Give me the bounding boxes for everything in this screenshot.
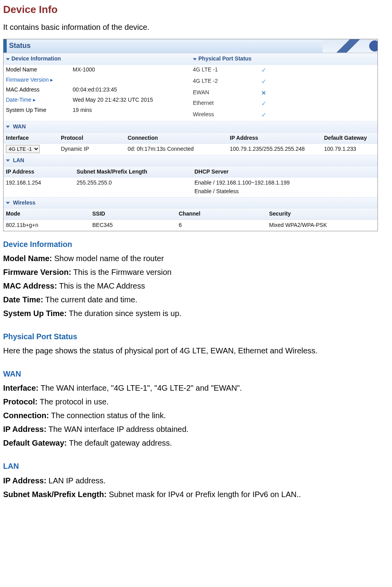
caret-down-icon [193, 58, 197, 60]
doc-device-info-label: Firmware Version: [3, 268, 71, 276]
doc-device-info-item: Firmware Version: This is the Firmware v… [3, 266, 388, 278]
port-label: Wireless [193, 110, 256, 120]
wan-connection: 0d: 0h:17m:13s Connected [128, 145, 230, 154]
port-label: 4G LTE -2 [193, 77, 256, 87]
lan-title: LAN [13, 157, 24, 163]
lan-dhcp-line2: Enable / Stateless [194, 187, 375, 196]
check-icon: ✓ [256, 110, 271, 120]
doc-device-info-label: Model Name: [3, 254, 52, 263]
doc-lan-text: Subnet mask for IPv4 or Prefix length fo… [106, 490, 301, 499]
doc-wan-label: IP Address: [3, 425, 46, 433]
device-info-value: MX-1000 [73, 66, 188, 74]
lan-row: 192.168.1.254 255.255.255.0 Enable / 192… [4, 177, 377, 197]
status-bar: Status [4, 39, 377, 53]
lan-header[interactable]: LAN [4, 155, 377, 166]
caret-down-icon [6, 126, 10, 128]
device-info-value: 00:04:ed:01:23:45 [73, 86, 188, 94]
wan-gateway: 100.79.1.233 [324, 145, 375, 154]
lan-col-mask: Subnet Mask/Prefix Length [77, 168, 194, 176]
doc-device-info-text: Show model name of the router [52, 254, 164, 263]
wireless-header[interactable]: Wireless [4, 197, 377, 209]
status-screenshot: Status Device Information Model NameMX-1… [3, 39, 378, 231]
doc-device-info-title: Device Information [3, 238, 388, 250]
wireless-title: Wireless [13, 199, 35, 206]
cross-icon: ✕ [256, 88, 271, 98]
doc-device-info-item: Model Name: Show model name of the route… [3, 252, 388, 265]
wan-col-interface: Interface [6, 134, 61, 143]
device-info-label[interactable]: Firmware Version ▸ [6, 76, 73, 84]
doc-device-info-label: MAC Address: [3, 282, 57, 290]
doc-lan-item: Subnet Mask/Prefix Length: Subnet mask f… [3, 488, 388, 501]
lan-col-ip: IP Address [6, 168, 77, 176]
device-info-value [73, 76, 188, 84]
doc-wan-text: The WAN interface, "4G LTE-1", "4G LTE-2… [38, 384, 242, 392]
doc-wan-label: Connection: [3, 411, 49, 420]
doc-wan-title: WAN [3, 368, 388, 380]
port-label: Ethernet [193, 99, 256, 109]
lan-ip: 192.168.1.254 [6, 179, 77, 196]
caret-down-icon [6, 159, 10, 162]
lan-mask: 255.255.255.0 [77, 179, 194, 196]
doc-lan-item: IP Address: LAN IP address. [3, 475, 388, 487]
status-bar-label: Status [7, 40, 31, 51]
device-info-label: Model Name [6, 66, 73, 74]
port-status-panel: Physical Port Status 4G LTE -1✓4G LTE -2… [191, 53, 377, 121]
doc-wan-item: Connection: The connection status of the… [3, 410, 388, 422]
port-label: EWAN [193, 88, 256, 98]
device-info-title: Device Information [11, 55, 61, 62]
wan-interface-select[interactable]: 4G LTE -1 [6, 145, 40, 153]
caret-down-icon [6, 202, 10, 204]
port-status-title: Physical Port Status [198, 55, 251, 62]
lan-dhcp-line1: Enable / 192.168.1.100~192.168.1.199 [194, 179, 375, 187]
wireless-columns: Mode SSID Channel Security [4, 208, 377, 220]
doc-ports-title: Physical Port Status [3, 331, 388, 342]
device-info-row: MAC Address00:04:ed:01:23:45 [4, 85, 191, 95]
wan-title: WAN [13, 123, 26, 130]
caret-down-icon [6, 58, 10, 60]
port-status-row: Wireless✓ [191, 110, 377, 121]
wireless-col-ssid: SSID [92, 210, 179, 218]
wireless-ssid: BEC345 [92, 221, 179, 230]
doc-wan-text: The connection status of the link. [49, 411, 166, 420]
doc-lan-text: LAN IP address. [46, 476, 106, 485]
device-info-header[interactable]: Device Information [4, 53, 191, 65]
wireless-mode: 802.11b+g+n [6, 221, 92, 230]
doc-device-info-label: Date Time: [3, 295, 43, 304]
device-info-label: System Up Time [6, 106, 73, 115]
doc-device-info-text: The current date and time. [43, 295, 137, 304]
port-status-row: 4G LTE -2✓ [191, 76, 377, 88]
doc-wan-text: The WAN interface IP address obtained. [46, 425, 189, 433]
doc-wan-label: Interface: [3, 384, 38, 392]
doc-device-info-label: System Up Time: [3, 309, 67, 318]
wan-row: 4G LTE -1 Dynamic IP 0d: 0h:17m:13s Conn… [4, 144, 377, 155]
doc-ports-body: Here the page shows the status of physic… [3, 345, 388, 357]
port-status-header[interactable]: Physical Port Status [191, 53, 377, 65]
wan-col-connection: Connection [128, 134, 230, 143]
port-status-row: EWAN✕ [191, 88, 377, 99]
doc-device-info-item: System Up Time: The duration since syste… [3, 307, 388, 320]
doc-lan-label: IP Address: [3, 476, 46, 485]
status-bar-graphic [322, 39, 377, 53]
wireless-row: 802.11b+g+n BEC345 6 Mixed WPA2/WPA-PSK [4, 220, 377, 231]
device-info-panel: Device Information Model NameMX-1000Firm… [4, 53, 191, 121]
port-label: 4G LTE -1 [193, 66, 256, 75]
page-title: Device Info [3, 2, 388, 17]
device-info-label[interactable]: Date-Time ▸ [6, 96, 73, 104]
wan-header[interactable]: WAN [4, 121, 377, 133]
check-icon: ✓ [256, 77, 271, 87]
wan-col-protocol: Protocol [61, 134, 128, 143]
doc-wan-item: Protocol: The protocol in use. [3, 396, 388, 408]
doc-wan-text: The protocol in use. [38, 397, 109, 406]
doc-wan-item: Default Gateway: The default gateway add… [3, 437, 388, 449]
lan-dhcp: Enable / 192.168.1.100~192.168.1.199 Ena… [194, 179, 375, 196]
check-icon: ✓ [256, 66, 271, 75]
lan-col-dhcp: DHCP Server [194, 168, 375, 176]
doc-lan-label: Subnet Mask/Prefix Length: [3, 490, 106, 499]
wireless-col-channel: Channel [179, 210, 269, 218]
doc-device-info-text: This is the MAC Address [57, 282, 145, 290]
doc-wan-label: Protocol: [3, 397, 38, 406]
device-info-row: Date-Time ▸Wed May 20 21:42:32 UTC 2015 [4, 95, 191, 105]
device-info-row: Model NameMX-1000 [4, 65, 191, 75]
doc-lan-title: LAN [3, 460, 388, 472]
wireless-col-security: Security [269, 210, 375, 218]
